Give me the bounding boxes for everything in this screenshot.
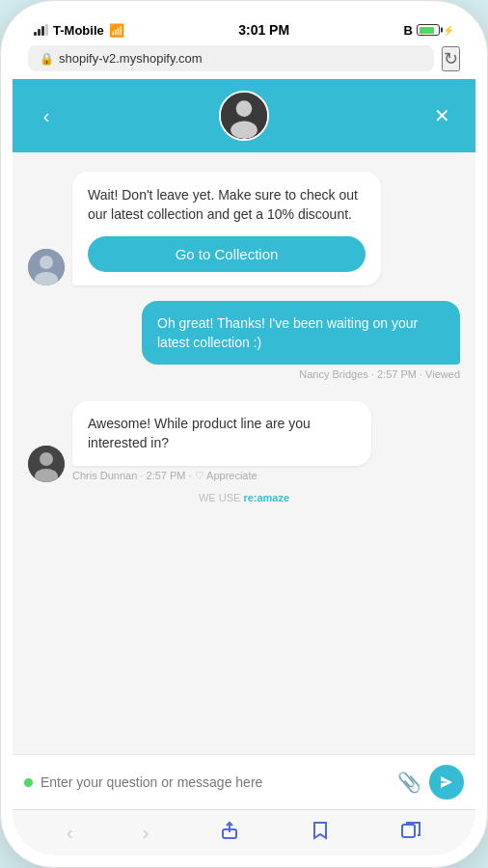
- agent-meta-time: 2:57 PM: [146, 470, 185, 481]
- tabs-icon: [400, 820, 421, 841]
- status-bar: T-Mobile 📶 3:01 PM B ⚡: [13, 13, 475, 41]
- signal-bars: [34, 24, 48, 36]
- bookmark-button[interactable]: [310, 820, 331, 846]
- online-indicator: [24, 778, 33, 787]
- agent-avatar-svg-2: [28, 446, 65, 482]
- svg-point-7: [40, 452, 53, 466]
- user-message-text: Oh great! Thanks! I've been waiting on y…: [157, 315, 418, 350]
- status-right: B ⚡: [404, 23, 454, 38]
- branding-prefix: WE USE: [199, 492, 243, 503]
- back-button[interactable]: ‹: [43, 105, 50, 127]
- user-message-wrapper: Oh great! Thanks! I've been waiting on y…: [28, 301, 460, 381]
- svg-rect-12: [402, 825, 415, 837]
- branding-name: re:amaze: [243, 492, 289, 503]
- chat-avatar: [219, 91, 269, 141]
- refresh-button[interactable]: ↻: [442, 46, 460, 71]
- battery-fill: [420, 27, 434, 34]
- status-left: T-Mobile 📶: [34, 23, 124, 38]
- phone-inner: T-Mobile 📶 3:01 PM B ⚡ 🔒 shopify-v2.mysh…: [13, 13, 475, 855]
- tabs-button[interactable]: [400, 820, 421, 846]
- share-icon: [219, 820, 240, 841]
- bot-message-bubble: Wait! Don't leave yet. Make sure to chec…: [72, 172, 381, 285]
- user-message-meta: Nancy Bridges · 2:57 PM · Viewed: [299, 368, 460, 380]
- chat-header: ‹ ✕: [13, 79, 475, 152]
- signal-bar-3: [41, 26, 44, 36]
- chat-input-bar: 📎: [13, 754, 475, 809]
- phone-frame: T-Mobile 📶 3:01 PM B ⚡ 🔒 shopify-v2.mysh…: [0, 0, 488, 868]
- chat-branding: WE USE re:amaze: [28, 482, 460, 509]
- bot-avatar: [28, 249, 65, 285]
- signal-bar-4: [45, 24, 48, 36]
- appreciate-action[interactable]: ♡ Appreciate: [195, 470, 258, 481]
- message-input[interactable]: [41, 774, 390, 790]
- bot-message-wrapper: Wait! Don't leave yet. Make sure to chec…: [28, 172, 460, 285]
- agent-message-wrapper: Awesome! While product line are you inte…: [28, 401, 460, 482]
- svg-point-1: [236, 100, 253, 117]
- go-to-collection-button[interactable]: Go to Collection: [88, 236, 366, 272]
- send-button[interactable]: [429, 765, 464, 800]
- url-bar[interactable]: 🔒 shopify-v2.myshopify.com: [28, 45, 434, 71]
- share-button[interactable]: [219, 820, 240, 846]
- signal-bar-1: [34, 32, 37, 36]
- browser-nav-bar: ‹ ›: [13, 809, 475, 855]
- bot-message-text: Wait! Don't leave yet. Make sure to chec…: [88, 185, 366, 225]
- bot-avatar-svg: [28, 249, 65, 285]
- url-text: shopify-v2.myshopify.com: [59, 51, 203, 66]
- agent-message-content: Awesome! While product line are you inte…: [72, 401, 371, 482]
- battery-body: [417, 24, 440, 36]
- agent-message-bubble: Awesome! While product line are you inte…: [72, 401, 371, 466]
- bluetooth-icon: B: [404, 23, 413, 38]
- agent-avatar-svg: [221, 91, 267, 141]
- svg-marker-9: [441, 776, 452, 788]
- charging-icon: ⚡: [443, 25, 454, 36]
- bot-message-content: Wait! Don't leave yet. Make sure to chec…: [72, 172, 381, 285]
- header-right: ✕: [427, 104, 456, 127]
- agent-name: Chris Dunnan: [72, 470, 137, 481]
- agent-message-meta: Chris Dunnan · 2:57 PM · ♡ Appreciate: [72, 470, 371, 482]
- browser-forward-button[interactable]: ›: [143, 822, 149, 844]
- chat-avatar-wrapper: [219, 91, 269, 141]
- battery-indicator: ⚡: [417, 24, 454, 36]
- svg-point-4: [40, 256, 53, 269]
- bookmark-icon: [310, 820, 331, 841]
- user-message-bubble: Oh great! Thanks! I've been waiting on y…: [142, 301, 460, 366]
- svg-point-2: [230, 122, 258, 139]
- agent-message-text: Awesome! While product line are you inte…: [88, 414, 356, 453]
- lock-icon: 🔒: [40, 52, 54, 66]
- close-button[interactable]: ✕: [434, 104, 450, 127]
- browser-bar: 🔒 shopify-v2.myshopify.com ↻: [13, 41, 475, 79]
- attach-icon[interactable]: 📎: [397, 771, 421, 794]
- status-time: 3:01 PM: [238, 22, 289, 38]
- agent-avatar: [28, 446, 65, 482]
- send-icon: [439, 774, 454, 790]
- chat-body: Wait! Don't leave yet. Make sure to chec…: [13, 152, 475, 754]
- header-left: ‹: [32, 105, 61, 127]
- browser-back-button[interactable]: ‹: [67, 822, 73, 844]
- carrier-label: T-Mobile: [53, 23, 104, 38]
- signal-bar-2: [38, 29, 41, 36]
- wifi-icon: 📶: [109, 23, 124, 38]
